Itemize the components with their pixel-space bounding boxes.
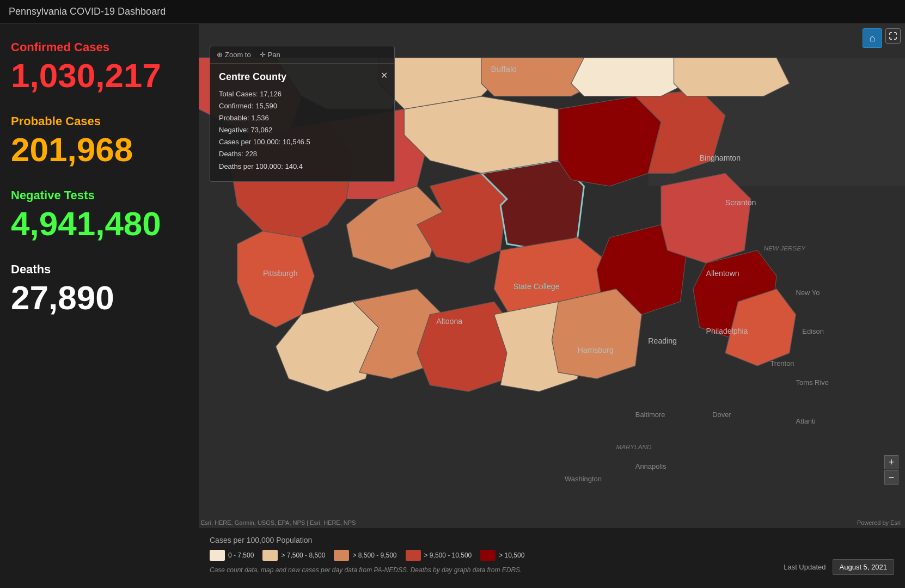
confirmed-cases-label: Confirmed Cases <box>11 40 188 54</box>
legend-label-3: > 9,500 - 10,500 <box>424 552 472 559</box>
svg-text:Edison: Edison <box>802 327 824 335</box>
negative-tests-label: Negative Tests <box>11 188 188 203</box>
svg-marker-14 <box>661 173 751 263</box>
legend-label-0: 0 - 7,500 <box>228 552 254 559</box>
zoom-in-button[interactable]: + <box>884 455 898 469</box>
home-button[interactable]: ⌂ <box>863 28 882 48</box>
zoom-out-button[interactable]: − <box>884 470 898 485</box>
right-panel: Buffalo Binghamton Scranton Pittsburgh A… <box>199 24 905 588</box>
svg-text:Binghamton: Binghamton <box>700 154 741 162</box>
probable-cases-block: Probable Cases 201,968 <box>11 114 188 167</box>
legend-label-4: > 10,500 <box>499 552 524 559</box>
svg-text:Altoona: Altoona <box>436 317 462 326</box>
svg-marker-21 <box>552 289 642 379</box>
svg-text:Trenton: Trenton <box>770 359 794 367</box>
svg-marker-26 <box>571 58 687 96</box>
pan-button[interactable]: ✛ Pan <box>260 51 280 59</box>
svg-text:NEW JERSEY: NEW JERSEY <box>764 244 806 252</box>
popup-content: ✕ Centre County Total Cases: 17,126 Conf… <box>210 64 394 181</box>
zoom-to-label: Zoom to <box>225 51 251 59</box>
legend-footnote: Case count data, map and new cases per d… <box>210 565 773 575</box>
legend-area: Cases per 100,000 Population 0 - 7,500 >… <box>199 528 905 588</box>
deaths-value: 27,890 <box>11 281 188 315</box>
popup-close-button[interactable]: ✕ <box>381 70 388 81</box>
legend-item-4: > 10,500 <box>480 550 524 561</box>
svg-text:Baltimore: Baltimore <box>635 411 665 419</box>
svg-text:Atlanti: Atlanti <box>796 417 816 425</box>
svg-text:State College: State College <box>513 282 560 291</box>
svg-marker-27 <box>674 58 790 96</box>
legend-swatch-4 <box>480 550 496 561</box>
county-popup: ⊕ Zoom to ✛ Pan ✕ Centre County Total Ca… <box>210 46 395 182</box>
legend-label-1: > 7,500 - 8,500 <box>281 552 325 559</box>
popup-data: Total Cases: 17,126 Confirmed: 15,590 Pr… <box>219 88 386 173</box>
svg-marker-9 <box>558 96 661 186</box>
last-updated-section: Last Updated August 5, 2021 <box>784 559 894 575</box>
legend-item-0: 0 - 7,500 <box>210 550 254 561</box>
probable-cases-value: 201,968 <box>11 133 188 167</box>
deaths-block: Deaths 27,890 <box>11 262 188 315</box>
legend-swatch-3 <box>406 550 421 561</box>
legend-item-2: > 8,500 - 9,500 <box>334 550 396 561</box>
zoom-to-button[interactable]: ⊕ Zoom to <box>217 51 251 59</box>
pan-icon: ✛ <box>260 51 266 59</box>
svg-text:Pittsburgh: Pittsburgh <box>263 269 298 278</box>
legend-swatch-1 <box>262 550 278 561</box>
svg-text:Toms Rive: Toms Rive <box>796 378 829 387</box>
zoom-icon: ⊕ <box>217 51 223 59</box>
svg-text:Dover: Dover <box>712 411 731 419</box>
popup-county-name: Centre County <box>219 71 386 83</box>
svg-text:MARYLAND: MARYLAND <box>616 443 652 450</box>
map-controls: + − <box>884 455 898 485</box>
svg-text:Annapolis: Annapolis <box>635 462 666 470</box>
pan-label: Pan <box>268 51 280 59</box>
last-updated-label: Last Updated <box>784 563 825 571</box>
legend-item-3: > 9,500 - 10,500 <box>406 550 472 561</box>
legend-item-1: > 7,500 - 8,500 <box>262 550 325 561</box>
legend-title: Cases per 100,000 Population <box>210 536 773 544</box>
legend-swatches: 0 - 7,500 > 7,500 - 8,500 > 8,500 - 9,50… <box>210 550 773 561</box>
svg-text:New Yo: New Yo <box>796 289 820 297</box>
negative-tests-value: 4,941,480 <box>11 207 188 241</box>
deaths-label: Deaths <box>11 262 188 277</box>
powered-by-label: Powered by Esri <box>857 519 901 526</box>
svg-text:Buffalo: Buffalo <box>491 64 516 74</box>
legend-label-2: > 8,500 - 9,500 <box>352 552 396 559</box>
svg-text:Reading: Reading <box>648 336 677 345</box>
svg-text:Washington: Washington <box>565 475 602 483</box>
left-panel: Confirmed Cases 1,030,217 Probable Cases… <box>0 24 199 588</box>
title-bar: Pennsylvania COVID-19 Dashboard <box>0 0 905 24</box>
map-attribution: Esri, HERE, Garmin, USGS, EPA, NPS | Esr… <box>201 519 356 526</box>
app-title: Pennsylvania COVID-19 Dashboard <box>9 6 166 17</box>
svg-text:Allentown: Allentown <box>706 269 739 278</box>
confirmed-cases-block: Confirmed Cases 1,030,217 <box>11 40 188 93</box>
main-layout: Confirmed Cases 1,030,217 Probable Cases… <box>0 24 905 588</box>
expand-button[interactable] <box>885 28 901 44</box>
legend-swatch-2 <box>334 550 349 561</box>
svg-text:Harrisburg: Harrisburg <box>578 346 614 354</box>
map-area[interactable]: Buffalo Binghamton Scranton Pittsburgh A… <box>199 24 905 528</box>
legend-swatch-0 <box>210 550 225 561</box>
popup-toolbar: ⊕ Zoom to ✛ Pan <box>210 46 394 64</box>
last-updated-date: August 5, 2021 <box>833 559 894 575</box>
confirmed-cases-value: 1,030,217 <box>11 59 188 93</box>
negative-tests-block: Negative Tests 4,941,480 <box>11 188 188 241</box>
probable-cases-label: Probable Cases <box>11 114 188 128</box>
svg-text:Scranton: Scranton <box>725 198 756 207</box>
svg-text:Philadelphia: Philadelphia <box>706 327 748 335</box>
